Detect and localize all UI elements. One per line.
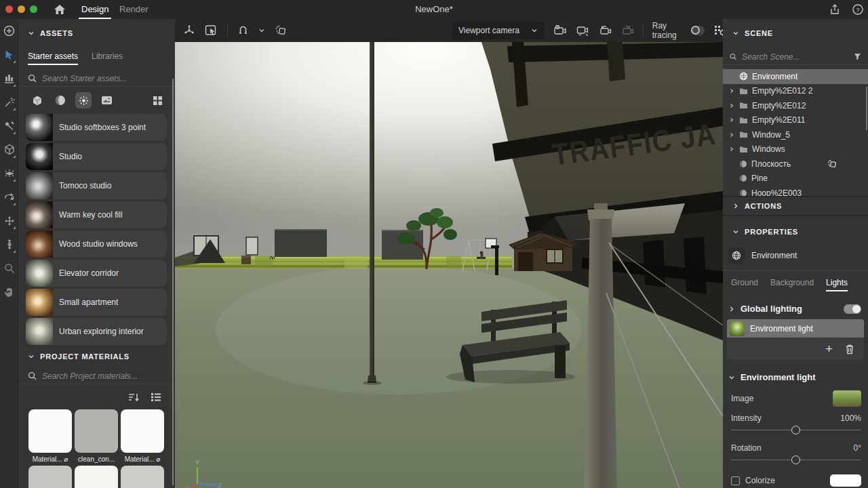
tab-starter-assets[interactable]: Starter assets xyxy=(28,52,78,65)
asset-item[interactable]: Studio softboxes 3 point xyxy=(26,114,167,141)
colorize-label: Colorize xyxy=(745,476,775,485)
intensity-value[interactable]: 100% xyxy=(840,413,861,423)
physics-drop-icon[interactable] xyxy=(275,24,288,37)
material-thumbnail[interactable] xyxy=(121,466,164,488)
colorize-color-swatch[interactable] xyxy=(830,474,861,487)
gizmo-space-icon[interactable] xyxy=(183,24,195,37)
scene-search-input[interactable] xyxy=(742,52,848,62)
asset-item[interactable]: Wood studio windows xyxy=(26,230,167,258)
physics-badge-icon[interactable] xyxy=(827,159,868,168)
tree-item[interactable]: Empty%2E012 2 xyxy=(723,84,868,99)
tree-item[interactable]: Windows xyxy=(723,142,868,157)
filter-icon[interactable] xyxy=(854,52,861,61)
list-view-icon[interactable] xyxy=(151,392,161,403)
add-camera-icon[interactable] xyxy=(553,25,567,36)
material-thumbnail[interactable] xyxy=(28,466,72,488)
project-materials-section-header[interactable]: PROJECT MATERIALS xyxy=(18,349,175,364)
tree-item[interactable]: Empty%2E012 xyxy=(723,98,868,113)
materials-filter-icon[interactable] xyxy=(52,92,68,108)
environment-light-item[interactable]: Environment light xyxy=(727,319,864,338)
delete-light-icon[interactable] xyxy=(845,344,854,354)
asset-thumbnail xyxy=(26,143,53,170)
material-thumbnail[interactable] xyxy=(75,466,118,488)
global-lighting-toggle[interactable] xyxy=(844,304,861,314)
svg-text:?: ? xyxy=(856,7,859,14)
rotation-value[interactable]: 0° xyxy=(854,443,861,453)
rotation-slider[interactable] xyxy=(731,455,861,465)
colorize-checkbox[interactable] xyxy=(731,476,740,485)
material-item[interactable]: clean_con... xyxy=(75,409,118,463)
materials-search-input[interactable] xyxy=(42,371,165,381)
lights-filter-icon[interactable] xyxy=(75,92,92,108)
chevron-right-icon[interactable] xyxy=(729,103,734,108)
eyedropper-tool-icon[interactable] xyxy=(0,114,18,138)
orbit-camera-tool-icon[interactable] xyxy=(0,185,18,209)
frame-camera-icon[interactable] xyxy=(576,25,589,36)
chevron-right-icon[interactable] xyxy=(729,88,734,94)
chevron-right-icon[interactable] xyxy=(728,306,735,312)
assets-search-input[interactable] xyxy=(42,74,165,83)
scene-tree: Environment Empty%2E012 2 Empty%2E012 Em… xyxy=(723,69,868,196)
tab-ground[interactable]: Ground xyxy=(731,278,758,293)
tree-item[interactable]: Window_5 xyxy=(723,127,868,142)
select-tool-icon[interactable] xyxy=(0,43,18,66)
place-assets-tool-icon[interactable] xyxy=(0,66,18,90)
material-item[interactable]: Material... ⌀ xyxy=(121,409,164,463)
scene-section-header[interactable]: SCENE xyxy=(723,26,868,41)
tree-item[interactable]: Hoop%2E003 xyxy=(723,186,868,196)
snap-magnet-icon[interactable] xyxy=(237,25,249,37)
assets-section-header[interactable]: ASSETS xyxy=(18,26,175,41)
images-filter-icon[interactable] xyxy=(98,92,115,108)
add-tool-icon[interactable] xyxy=(0,19,18,43)
tree-item[interactable]: Pine xyxy=(723,171,868,186)
zoom-tool-icon[interactable] xyxy=(0,256,18,280)
assets-scrollbar[interactable] xyxy=(172,79,174,485)
add-light-button[interactable]: + xyxy=(825,342,833,355)
asset-item[interactable]: Studio xyxy=(26,143,167,170)
material-item[interactable]: Material... ⌀ xyxy=(28,409,72,463)
scene-canvas[interactable]: TRAFFIC JA xyxy=(175,42,723,488)
tree-item-environment[interactable]: Environment xyxy=(723,69,868,84)
ray-tracing-toggle[interactable] xyxy=(691,26,705,35)
scene-scrollbar[interactable] xyxy=(866,87,867,130)
chevron-down-icon[interactable] xyxy=(258,27,265,34)
undo-camera-icon[interactable] xyxy=(598,25,612,36)
asset-item[interactable]: Urban exploring interior xyxy=(26,318,167,345)
chevron-right-icon[interactable] xyxy=(729,132,734,138)
asset-item[interactable]: Tomoco studio xyxy=(26,172,167,199)
help-icon[interactable]: ? xyxy=(852,3,864,16)
asset-item[interactable]: Elevator corridor xyxy=(26,260,167,287)
viewport[interactable]: Viewport camera Ray tracing xyxy=(175,19,723,488)
asset-item[interactable]: Warm key cool fill xyxy=(26,201,167,228)
marquee-select-icon[interactable] xyxy=(205,24,218,37)
share-icon[interactable] xyxy=(829,3,841,16)
asset-item[interactable]: Small apartment xyxy=(26,289,167,316)
rotation-slider-knob[interactable] xyxy=(791,455,800,464)
intensity-slider[interactable] xyxy=(731,426,861,435)
model-tool-icon[interactable] xyxy=(0,138,18,161)
tab-lights[interactable]: Lights xyxy=(826,278,848,293)
chevron-down-icon[interactable] xyxy=(728,374,735,381)
models-filter-icon[interactable] xyxy=(29,92,45,108)
light-tool-icon[interactable] xyxy=(0,161,18,185)
environment-image-thumbnail[interactable] xyxy=(833,390,861,407)
tree-item[interactable]: Empty%2E011 xyxy=(723,113,868,128)
grass-strip[interactable] xyxy=(175,256,512,268)
tab-background[interactable]: Background xyxy=(770,278,814,293)
pan-move-tool-icon[interactable] xyxy=(0,209,18,232)
grid-view-icon[interactable] xyxy=(149,92,165,108)
magic-wand-tool-icon[interactable] xyxy=(0,90,18,114)
tab-libraries[interactable]: Libraries xyxy=(92,52,123,65)
actions-section-header[interactable]: ACTIONS xyxy=(723,196,868,215)
intensity-label: Intensity xyxy=(731,413,762,423)
properties-section-header[interactable]: PROPERTIES xyxy=(723,224,868,239)
intensity-slider-knob[interactable] xyxy=(791,426,800,434)
sort-icon[interactable] xyxy=(128,392,140,403)
dolly-tool-icon[interactable] xyxy=(0,232,18,256)
asset-label: Studio softboxes 3 point xyxy=(53,123,146,132)
camera-selector-dropdown[interactable]: Viewport camera xyxy=(452,22,545,39)
chevron-right-icon[interactable] xyxy=(729,146,734,152)
hand-tool-icon[interactable] xyxy=(0,280,18,304)
chevron-right-icon[interactable] xyxy=(729,117,734,123)
tree-item[interactable]: Плоскость xyxy=(723,157,868,171)
